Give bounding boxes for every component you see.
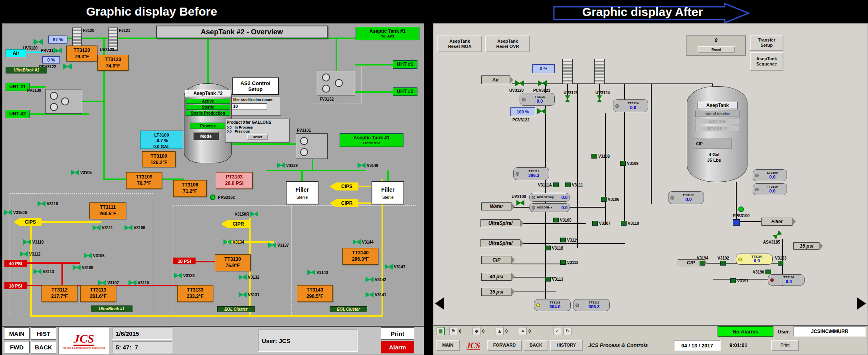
v3149-valve[interactable]: V3149 <box>358 163 378 168</box>
v3111-valve[interactable]: V3111 <box>93 225 113 230</box>
nav-previous-arrow[interactable] <box>435 297 444 309</box>
fv3131-valve-cluster[interactable] <box>296 133 328 159</box>
refresh-icon[interactable]: ↻ <box>564 327 571 335</box>
v3119-valve[interactable]: V3119 <box>560 238 578 242</box>
v3139-valve[interactable]: V3139 <box>277 163 298 168</box>
v3113-valve[interactable]: V3113 <box>545 277 563 282</box>
uv3124-valve-icon[interactable] <box>597 95 602 103</box>
counter-reset-button[interactable]: Reset <box>698 46 735 53</box>
forward-button[interactable]: FORWARD <box>487 340 522 351</box>
tank-mode-button[interactable]: Mode <box>193 132 219 140</box>
v3131-valve[interactable]: V3131 <box>239 292 259 297</box>
as2-control-setup-button[interactable]: AS2 Control Setup <box>232 77 279 95</box>
tt3124-readout[interactable]: TT31240.0 <box>613 99 648 112</box>
main-button[interactable]: MAIN <box>4 327 30 340</box>
pcv3121-output-value[interactable]: 0 % <box>532 64 555 73</box>
pcv3121-valve-icon[interactable] <box>538 80 547 86</box>
fv3132-valve-cluster[interactable] <box>317 71 355 95</box>
v3110-valve[interactable]: V3110 <box>129 280 149 286</box>
fwd-button[interactable]: FWD <box>4 341 30 353</box>
history-button[interactable]: HISTORY <box>550 340 583 351</box>
v3143-valve[interactable]: V3143 <box>307 270 328 275</box>
back-button[interactable]: BACK <box>31 341 56 353</box>
v3112-valve[interactable]: V3112 <box>560 260 578 265</box>
tt3140-readout[interactable]: TT3140 296.3°F <box>342 248 378 265</box>
v3118-valve[interactable]: V3118 <box>545 246 563 250</box>
tt3111-readout[interactable]: TT3111 260.5°F <box>89 202 126 219</box>
v3111-valve[interactable]: V3111 <box>565 182 583 187</box>
v3194-valve[interactable]: V3194 <box>697 256 708 266</box>
v3144-valve[interactable]: V3144 <box>353 239 374 245</box>
asv3185-valve-icon[interactable] <box>773 230 782 240</box>
v3150r-valve[interactable]: V3150R <box>235 211 258 217</box>
tt3133-readout[interactable]: TT3133 233.2°F <box>177 285 213 302</box>
fv3130-valve-cluster[interactable] <box>45 89 82 114</box>
alarm-button[interactable]: Alarm <box>381 341 414 353</box>
print-button[interactable]: Print <box>771 340 799 351</box>
ack-icon[interactable]: ✓ <box>553 327 561 335</box>
aseptank-vessel[interactable] <box>687 86 747 182</box>
uv3123-valve-icon[interactable] <box>565 95 570 103</box>
v3150s-valve[interactable]: V3150S <box>4 210 28 215</box>
tt3113-readout[interactable]: TT3113 261.6°F <box>80 285 116 302</box>
uv3120-valve-icon[interactable] <box>515 80 524 86</box>
ai3100tmp-readout[interactable]: AI3100Tmp0.0 <box>529 193 570 202</box>
hist-button[interactable]: HIST <box>31 327 56 340</box>
aseptank-reset-ovr-button[interactable]: AsepTank Reset OVR <box>485 36 530 52</box>
main-button[interactable]: MAIN <box>436 340 460 351</box>
tt3106-readout[interactable]: TT3106 71.2°F <box>173 180 207 197</box>
v3108-valve[interactable]: V3108 <box>125 225 145 230</box>
v3108-valve[interactable]: V3108 <box>591 154 610 159</box>
v3109-valve[interactable]: V3109 <box>620 161 639 166</box>
tt3109-readout[interactable]: TT3109 76.7°F <box>126 172 162 189</box>
tt3112-readout[interactable]: TT3112306.3 <box>573 299 610 311</box>
v3107-valve[interactable]: V3107 <box>98 280 119 286</box>
v3111a-valve[interactable]: V3111A <box>538 182 559 187</box>
xfer-reset-button[interactable]: Reset <box>247 134 268 140</box>
ai3100brx-readout[interactable]: AI3100Brx0.0 <box>529 203 570 212</box>
pt3103-readout[interactable]: PT3103 20.0 PSI <box>216 172 253 189</box>
prv3121-output-value[interactable]: 97 % <box>48 36 67 44</box>
prv3121-valve-icon[interactable] <box>53 48 62 54</box>
tt3130-readout[interactable]: TT3130 76.9°F <box>215 254 251 271</box>
tt3100-readout[interactable]: TT31000.0 <box>753 183 787 195</box>
tt3190-readout[interactable]: TT31900.0 <box>736 254 773 265</box>
prv3122-valve-icon[interactable] <box>63 63 72 69</box>
v3134-valve[interactable]: V3134 <box>223 239 244 245</box>
alarm-log-icon[interactable]: ▤ <box>437 327 445 335</box>
tt3100-readout[interactable]: TT3100 126.2°F <box>142 151 176 167</box>
lt3100-level-readout[interactable]: LT3100 -0.7 % 0.0 GAL <box>140 131 183 149</box>
v3192-valve[interactable]: V3192 <box>718 256 729 266</box>
v3105-valve[interactable]: V3105 <box>71 170 92 175</box>
tt3196-readout[interactable]: TT31960.0 <box>768 274 805 286</box>
v3137-valve[interactable]: V3137 <box>268 242 289 248</box>
v3191-valve[interactable]: V3191 <box>730 278 749 283</box>
v3133-valve[interactable]: V3133 <box>174 273 195 278</box>
pcv3122-output-value[interactable]: 100 % <box>510 107 535 116</box>
v3193-valve[interactable]: V3193 <box>775 256 787 266</box>
pcv3122-valve-icon[interactable] <box>537 108 546 114</box>
back-button[interactable]: BACK <box>524 340 548 351</box>
v3142-valve[interactable]: V3142 <box>366 277 386 282</box>
v3105-valve[interactable]: V3105 <box>553 218 571 222</box>
tt3111-readout[interactable]: TT3111306.3 <box>513 167 549 180</box>
v3107-valve[interactable]: V3107 <box>592 221 611 226</box>
pt3103-readout[interactable]: PT31030.0 <box>668 191 704 204</box>
lt3100-readout[interactable]: LT31000.0 <box>753 169 787 181</box>
print-button[interactable]: Print <box>381 327 414 340</box>
transfer-setup-button[interactable]: Transfer Setup <box>750 35 783 51</box>
tt3113-readout[interactable]: TT3113304.0 <box>534 299 571 311</box>
v3119-valve[interactable]: V3119 <box>23 239 43 245</box>
v3118-valve[interactable]: V3118 <box>38 201 58 206</box>
tt3120-readout[interactable]: TT31200.0 <box>520 93 555 106</box>
nav-next-arrow[interactable] <box>857 297 866 309</box>
prv3122-output-value[interactable]: 0 % <box>42 56 60 63</box>
v3141-valve[interactable]: V3141 <box>366 292 386 297</box>
tt3123-readout[interactable]: TT3123 74.0°F <box>97 55 129 71</box>
v3190-valve[interactable]: V3190 <box>753 270 771 274</box>
v3106-valve[interactable]: V3106 <box>601 197 619 202</box>
aseptank-sequence-button[interactable]: AsepTank Sequence <box>750 52 783 71</box>
v3113-valve[interactable]: V3113 <box>34 269 54 274</box>
aseptank-reset-moa-button[interactable]: AsepTank Reset MOA <box>437 36 482 52</box>
tt3120-readout[interactable]: TT3120 79.3°F <box>66 46 97 61</box>
